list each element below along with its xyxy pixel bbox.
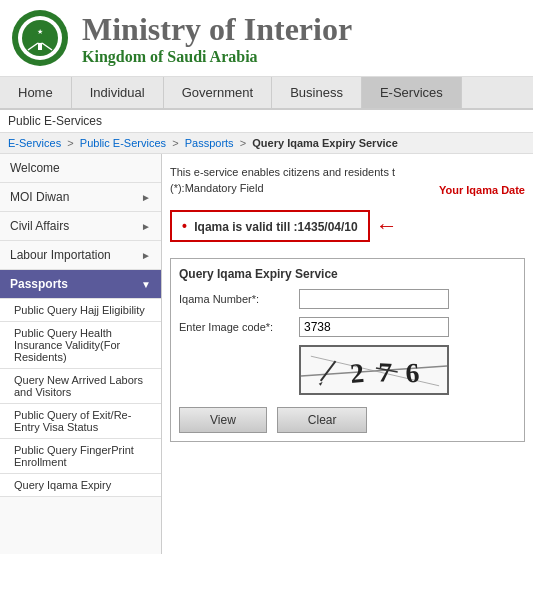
query-form-section: Query Iqama Expiry Service Iqama Number*… [170, 258, 525, 442]
info-text: This e-service enables citizens and resi… [170, 162, 525, 182]
form-buttons: View Clear [179, 407, 516, 433]
sidebar-sub-health-insurance[interactable]: Public Query Health Insurance Validity(F… [0, 322, 161, 369]
image-code-input[interactable] [299, 317, 449, 337]
clear-button[interactable]: Clear [277, 407, 368, 433]
svg-text:2: 2 [349, 357, 365, 389]
nav-individual[interactable]: Individual [72, 77, 164, 108]
sidebar-item-moi-diwan[interactable]: MOI Diwan ► [0, 183, 161, 212]
iqama-number-input[interactable] [299, 289, 449, 309]
svg-text:★: ★ [37, 28, 43, 35]
captcha-image: 2 7 6 [299, 345, 449, 395]
sidebar-sub-query-iqama[interactable]: Query Iqama Expiry [0, 474, 161, 497]
nav-business[interactable]: Business [272, 77, 362, 108]
main-layout: Welcome MOI Diwan ► Civil Affairs ► Labo… [0, 154, 533, 554]
sidebar-item-welcome[interactable]: Welcome [0, 154, 161, 183]
sidebar-sub-new-arrived[interactable]: Query New Arrived Labors and Visitors [0, 369, 161, 404]
sidebar-sub-fingerprint[interactable]: Public Query FingerPrint Enrollment [0, 439, 161, 474]
iqama-valid-text: Iqama is valid till :1435/04/10 [194, 220, 357, 234]
header: ★ Ministry of Interior Kingdom of Saudi … [0, 0, 533, 77]
public-eservices-label: Public E-Services [0, 110, 533, 133]
view-button[interactable]: View [179, 407, 267, 433]
breadcrumb: E-Services > Public E-Services > Passpor… [0, 133, 533, 154]
sidebar-item-passports[interactable]: Passports ▼ [0, 270, 161, 299]
ministry-title: Ministry of Interior [82, 11, 352, 48]
iqama-arrow-icon: ← [376, 213, 398, 239]
captcha-svg: 2 7 6 [301, 346, 447, 394]
image-code-label: Enter Image code*: [179, 321, 299, 333]
iqama-number-label: Iqama Number*: [179, 293, 299, 305]
sidebar-item-labour-importation[interactable]: Labour Importation ► [0, 241, 161, 270]
breadcrumb-current: Query Iqama Expiry Service [252, 137, 398, 149]
iqama-result-area: Your Iqama Date • Iqama is valid till :1… [170, 202, 525, 250]
navbar: Home Individual Government Business E-Se… [0, 77, 533, 110]
iqama-number-row: Iqama Number*: [179, 289, 516, 309]
sidebar: Welcome MOI Diwan ► Civil Affairs ► Labo… [0, 154, 162, 554]
moi-diwan-arrow-icon: ► [141, 192, 151, 203]
sidebar-item-civil-affairs[interactable]: Civil Affairs ► [0, 212, 161, 241]
nav-eservices[interactable]: E-Services [362, 77, 462, 108]
labour-arrow-icon: ► [141, 250, 151, 261]
iqama-result-box: • Iqama is valid till :1435/04/10 [170, 210, 370, 242]
iqama-annotation: Your Iqama Date [439, 184, 525, 196]
logo: ★ [10, 8, 70, 68]
nav-home[interactable]: Home [0, 77, 72, 108]
content-area: This e-service enables citizens and resi… [162, 154, 533, 554]
svg-text:7: 7 [377, 356, 393, 388]
breadcrumb-eservices[interactable]: E-Services [8, 137, 61, 149]
breadcrumb-public-eservices[interactable]: Public E-Services [80, 137, 166, 149]
image-code-row: Enter Image code*: [179, 317, 516, 337]
breadcrumb-passports[interactable]: Passports [185, 137, 234, 149]
nav-government[interactable]: Government [164, 77, 273, 108]
svg-rect-8 [301, 346, 447, 393]
your-iqama-label: Your Iqama Date [439, 184, 525, 196]
header-text: Ministry of Interior Kingdom of Saudi Ar… [82, 11, 352, 66]
sidebar-sub-exit-reentry[interactable]: Public Query of Exit/Re-Entry Visa Statu… [0, 404, 161, 439]
sidebar-sub-hajj[interactable]: Public Query Hajj Eligibility [0, 299, 161, 322]
form-section-title: Query Iqama Expiry Service [179, 267, 516, 281]
kingdom-subtitle: Kingdom of Saudi Arabia [82, 48, 352, 66]
civil-affairs-arrow-icon: ► [141, 221, 151, 232]
passports-arrow-icon: ▼ [141, 279, 151, 290]
iqama-bullet: • [182, 218, 187, 234]
iqama-result-row: • Iqama is valid till :1435/04/10 ← [170, 202, 525, 250]
svg-text:6: 6 [405, 357, 420, 389]
logo-icon: ★ [10, 8, 70, 68]
